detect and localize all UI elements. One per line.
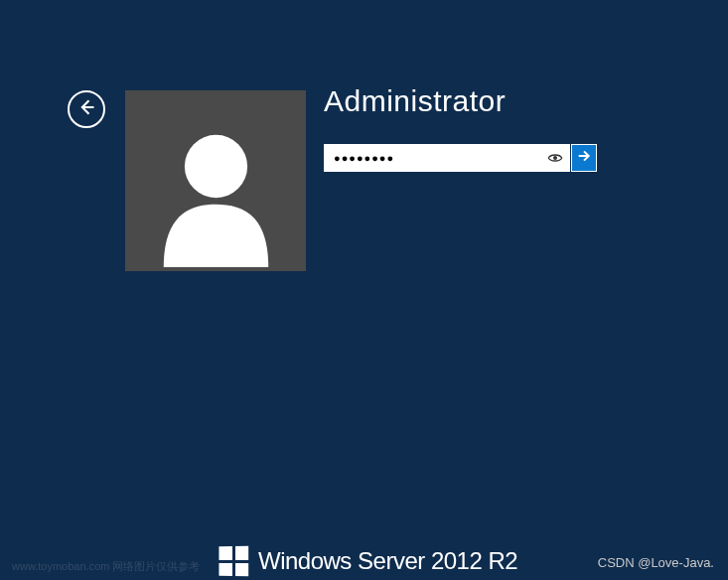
svg-point-1 [184, 135, 246, 198]
submit-arrow-icon [576, 148, 592, 168]
os-branding: Windows Server 2012 R2 [218, 546, 517, 576]
back-button[interactable] [68, 90, 105, 128]
password-mask: ●●●●●●●● [334, 152, 394, 164]
reveal-password-icon[interactable] [546, 149, 564, 167]
windows-logo-icon [218, 546, 248, 577]
password-input[interactable]: ●●●●●●●● [324, 144, 570, 172]
back-arrow-icon [76, 97, 96, 121]
password-row: ●●●●●●●● [324, 144, 597, 172]
username-label: Administrator [324, 84, 597, 118]
os-product-name: Windows Server 2012 R2 [258, 547, 517, 575]
user-silhouette-icon [144, 123, 288, 271]
login-form: Administrator ●●●●●●●● [324, 84, 597, 172]
user-avatar [125, 90, 306, 271]
svg-point-2 [553, 156, 557, 160]
watermark-left: www.toymoban.com 网络图片仅供参考 [12, 559, 200, 574]
watermark-right: CSDN @Love-Java. [598, 555, 714, 570]
submit-login-button[interactable] [571, 144, 597, 172]
